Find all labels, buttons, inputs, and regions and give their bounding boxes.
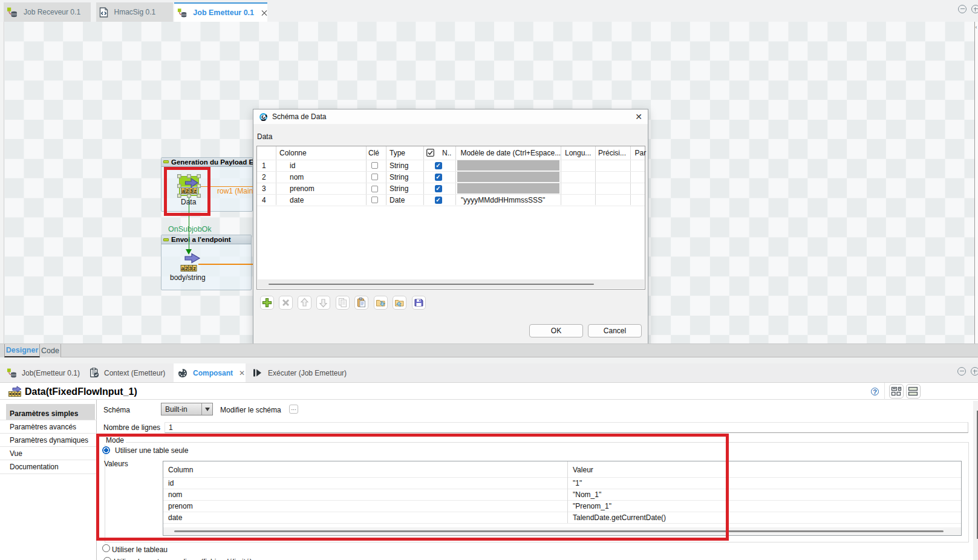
svg-text:z: z xyxy=(194,265,196,272)
svg-text:3: 3 xyxy=(190,188,193,194)
svg-text:2: 2 xyxy=(185,265,188,272)
svg-text:3: 3 xyxy=(189,265,192,272)
svg-text:2: 2 xyxy=(186,188,189,194)
svg-text:z: z xyxy=(194,188,196,194)
svg-text:a: a xyxy=(181,265,184,272)
svg-text:a: a xyxy=(182,188,185,194)
